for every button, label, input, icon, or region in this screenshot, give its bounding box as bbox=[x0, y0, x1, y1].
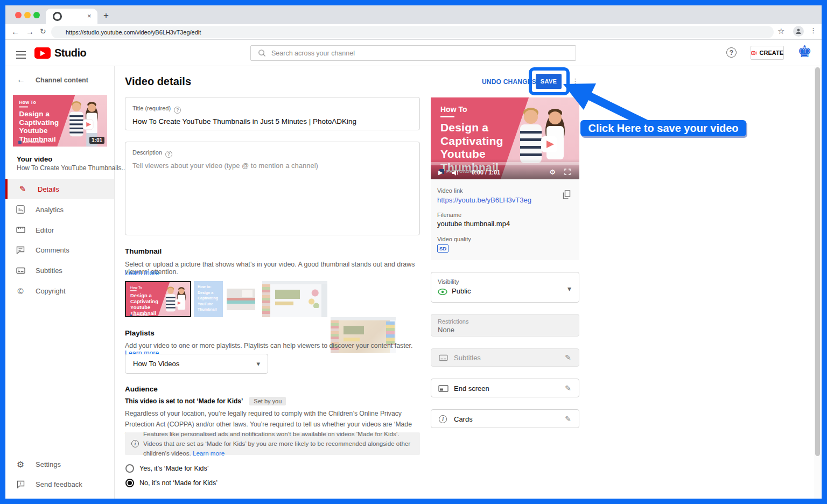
window-close-button[interactable] bbox=[15, 12, 22, 18]
end-screen-card[interactable]: End screen ✎ bbox=[431, 379, 579, 397]
cards-edit-icon[interactable]: ✎ bbox=[565, 415, 571, 423]
audience-info-learn-more-link[interactable]: Learn more bbox=[193, 450, 225, 457]
eye-icon bbox=[438, 289, 447, 295]
sidebar-item-comments[interactable]: Comments bbox=[5, 240, 114, 260]
video-player[interactable]: How To Design aCaptivating YoutubeThumbn… bbox=[431, 97, 579, 179]
thumbnail-option-3[interactable] bbox=[227, 289, 255, 310]
browser-back-icon[interactable]: ← bbox=[11, 27, 19, 36]
title-field[interactable]: Title (required)? How To Create YouTube … bbox=[125, 97, 420, 130]
fullscreen-icon[interactable] bbox=[564, 169, 571, 175]
browser-forward-icon[interactable]: → bbox=[26, 27, 34, 36]
radio-icon[interactable] bbox=[125, 464, 134, 473]
radio-made-for-kids-yes[interactable]: Yes, it’s ‘Made for Kids’ bbox=[125, 464, 209, 473]
video-link[interactable]: https://youtu.be/yB6LH3vT3eg bbox=[437, 196, 531, 204]
restrictions-value: None bbox=[438, 326, 454, 334]
help-button[interactable]: ? bbox=[726, 47, 737, 58]
undo-changes-button[interactable]: UNDO CHANGES bbox=[482, 78, 536, 86]
thumbnail-brand: PHOTOADKING bbox=[18, 141, 45, 144]
thumbnail-option-5-label bbox=[344, 326, 364, 334]
bookmark-star-icon[interactable]: ☆ bbox=[777, 27, 784, 35]
audience-info-box: i Features like personalised ads and not… bbox=[125, 432, 420, 455]
browser-profile-button[interactable] bbox=[793, 26, 804, 37]
sidebar-item-details[interactable]: ✎ Details bbox=[5, 179, 114, 199]
editor-icon bbox=[5, 226, 36, 234]
browser-menu-icon[interactable]: ⋮ bbox=[810, 27, 817, 34]
channel-search-input[interactable]: Search across your channel bbox=[250, 45, 576, 61]
video-title-short: How To Create YouTube Thumbnails... bbox=[17, 164, 127, 172]
back-arrow-icon[interactable]: ← bbox=[17, 75, 25, 84]
subtitles-icon bbox=[5, 267, 36, 274]
studio-logo[interactable]: Studio bbox=[34, 47, 86, 59]
sidebar-item-analytics[interactable]: Analytics bbox=[5, 199, 114, 220]
browser-reload-icon[interactable]: ↻ bbox=[40, 27, 46, 35]
filename-label: Filename bbox=[437, 212, 461, 218]
end-screen-edit-icon[interactable]: ✎ bbox=[565, 384, 571, 393]
window-minimize-button[interactable] bbox=[24, 12, 31, 18]
channel-content-label[interactable]: Channel content bbox=[36, 76, 88, 84]
hamburger-menu-icon[interactable] bbox=[16, 49, 26, 61]
sidebar-item-copyright[interactable]: © Copyright bbox=[5, 281, 114, 301]
thumbnail-learn-more-link[interactable]: Learn more bbox=[125, 269, 159, 277]
play-icon[interactable]: ▶ bbox=[438, 169, 443, 176]
cards-info-icon: i bbox=[439, 415, 447, 423]
playlists-dropdown[interactable]: How To Videos ▾ bbox=[125, 354, 268, 374]
chevron-down-icon: ▾ bbox=[256, 360, 260, 368]
tab-favicon-icon bbox=[53, 12, 62, 21]
title-help-icon[interactable]: ? bbox=[174, 107, 181, 114]
description-field[interactable]: Description? Tell viewers about your vid… bbox=[125, 142, 420, 235]
restrictions-card: Restrictions None bbox=[431, 314, 579, 337]
copy-icon[interactable] bbox=[563, 190, 571, 199]
account-avatar[interactable]: ♚ bbox=[797, 44, 812, 60]
set-by-you-badge: Set by you bbox=[249, 397, 286, 405]
thumbnail-option-4-label bbox=[275, 290, 300, 299]
sidebar-item-subtitles[interactable]: Subtitles bbox=[5, 260, 114, 281]
thumbnail-option-2[interactable]: How to: Design a Captivating YouTube Thu… bbox=[194, 281, 223, 317]
volume-icon[interactable] bbox=[452, 170, 460, 176]
save-button[interactable]: SAVE bbox=[536, 74, 562, 89]
window-zoom-button[interactable] bbox=[33, 12, 40, 18]
create-button[interactable]: CREATE bbox=[751, 46, 784, 60]
thumbnail-tag: How To bbox=[19, 100, 36, 108]
thumbnail-option-art: How To Design aCaptivating YoutubeThumbn… bbox=[126, 282, 191, 317]
thumbnail-title: Design aCaptivating YoutubeThumbnail bbox=[19, 110, 59, 143]
your-video-label: Your video bbox=[17, 155, 52, 163]
subtitles-card-icon bbox=[438, 354, 448, 361]
more-options-icon[interactable]: ⋮ bbox=[572, 77, 579, 85]
new-tab-button[interactable]: + bbox=[103, 10, 109, 21]
thumbnail-option-4-food bbox=[308, 286, 320, 308]
help-icon: ? bbox=[730, 49, 733, 57]
brand-logo-icon bbox=[18, 141, 22, 144]
end-screen-icon bbox=[438, 385, 448, 392]
thumbnail-option-selected[interactable]: How To Design aCaptivating YoutubeThumbn… bbox=[125, 281, 191, 317]
audience-heading: Audience bbox=[125, 385, 158, 393]
video-link-label: Video link bbox=[437, 187, 463, 194]
description-help-icon[interactable]: ? bbox=[165, 151, 172, 158]
sidebar-item-editor[interactable]: Editor bbox=[5, 220, 114, 240]
player-progress-bar[interactable] bbox=[431, 162, 579, 165]
player-settings-icon[interactable]: ⚙ bbox=[549, 168, 556, 176]
annotation-banner: Click Here to save your video bbox=[580, 120, 746, 136]
page-scrollbar-thumb[interactable] bbox=[815, 67, 820, 456]
header-divider bbox=[5, 66, 822, 66]
person-icon bbox=[795, 28, 802, 34]
radio-made-for-kids-no[interactable]: No, it’s not ‘Made for Kids’ bbox=[125, 479, 218, 487]
subtitles-edit-icon: ✎ bbox=[565, 353, 571, 362]
thumbnail-option-3-detail bbox=[242, 290, 253, 297]
visibility-card[interactable]: Visibility Public ▾ bbox=[431, 272, 579, 303]
radio-selected-icon[interactable] bbox=[125, 479, 134, 487]
sidebar-video-thumbnail[interactable]: How To Design aCaptivating YoutubeThumbn… bbox=[13, 95, 107, 147]
audience-status: This video is set to not ‘Made for Kids’ bbox=[125, 397, 243, 405]
tab-close-icon[interactable]: × bbox=[87, 12, 92, 19]
info-icon: i bbox=[131, 440, 139, 447]
sd-quality-badge: SD bbox=[437, 244, 448, 253]
page-title: Video details bbox=[125, 75, 191, 88]
sidebar-item-send-feedback[interactable]: ! Send feedback bbox=[5, 474, 114, 494]
cards-card[interactable]: i Cards ✎ bbox=[431, 409, 579, 428]
end-screen-label: End screen bbox=[454, 384, 489, 393]
create-label: CREATE bbox=[760, 50, 783, 56]
visibility-chevron-icon[interactable]: ▾ bbox=[567, 284, 571, 293]
sidebar-item-settings[interactable]: ⚙ Settings bbox=[5, 454, 114, 474]
thumbnail-option-4[interactable] bbox=[262, 281, 327, 317]
address-bar[interactable]: https://studio.youtube.com/video/yB6LH3v… bbox=[51, 26, 774, 38]
filename-value: youtube thumbnail.mp4 bbox=[437, 220, 510, 228]
